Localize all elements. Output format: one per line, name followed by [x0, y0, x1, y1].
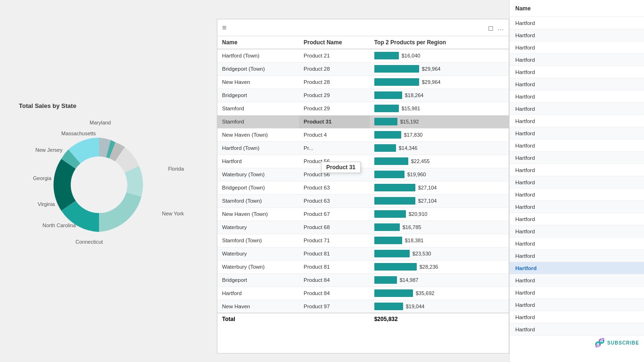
- col-product: Product Name: [299, 36, 370, 49]
- panel-header: ≡ ◻ …: [217, 19, 509, 36]
- table-row-bar: $16,040: [370, 49, 509, 62]
- table-row-name: Stamford (Town): [217, 234, 299, 247]
- table-row-name: New Haven: [217, 300, 299, 313]
- table-row-product: Pr...: [299, 141, 370, 155]
- table-row-product: Product 67: [299, 207, 370, 221]
- list-item[interactable]: Hartford: [510, 103, 644, 115]
- table-row-bar: $29,964: [370, 62, 509, 75]
- label-florida: Florida: [168, 166, 184, 172]
- table-row-bar: $14,987: [370, 273, 509, 287]
- table-row-product: Product 81: [299, 247, 370, 260]
- sidebar-list: HartfordHartfordHartfordHartfordHartford…: [510, 17, 644, 362]
- label-connecticut: Connecticut: [75, 239, 103, 245]
- right-sidebar: Name HartfordHartfordHartfordHartfordHar…: [509, 0, 644, 362]
- table-row-bar: $29,964: [370, 75, 509, 89]
- table-row-product: Product 28: [299, 62, 370, 75]
- label-north-carolina: North Carolina: [42, 222, 76, 228]
- table-row-name: New Haven: [217, 75, 299, 89]
- table-row-name: New Haven (Town): [217, 128, 299, 141]
- table-row-bar: $20,910: [370, 207, 509, 221]
- table-row-name: Hartford: [217, 287, 299, 300]
- label-massachusetts: Massachusetts: [61, 131, 96, 136]
- panel-menu-icon[interactable]: ≡: [222, 24, 226, 32]
- table-row-product: Product 56: [299, 155, 370, 168]
- table-row-product: Product 63: [299, 194, 370, 207]
- list-item[interactable]: Hartford: [510, 17, 644, 29]
- list-item[interactable]: Hartford: [510, 311, 644, 323]
- table-row-name: Waterbury (Town): [217, 168, 299, 181]
- list-item[interactable]: Hartford: [510, 66, 644, 78]
- subscribe-label[interactable]: SUBSCRIBE: [607, 340, 639, 346]
- dna-icon: 🧬: [594, 337, 605, 348]
- table-row-product: Product 21: [299, 49, 370, 62]
- list-item[interactable]: Hartford: [510, 323, 644, 336]
- list-item[interactable]: Hartford: [510, 201, 644, 213]
- list-item[interactable]: Hartford: [510, 287, 644, 299]
- list-item[interactable]: Hartford: [510, 90, 644, 103]
- list-item[interactable]: Hartford: [510, 299, 644, 311]
- list-item[interactable]: Hartford: [510, 140, 644, 152]
- list-item[interactable]: Hartford: [510, 238, 644, 250]
- total-empty: [299, 313, 370, 325]
- list-item[interactable]: Hartford: [510, 127, 644, 140]
- table-row-bar: $14,346: [370, 141, 509, 155]
- list-item[interactable]: Hartford: [510, 176, 644, 189]
- list-item[interactable]: Hartford: [510, 115, 644, 127]
- table-row-bar: $15,981: [370, 102, 509, 115]
- list-item[interactable]: Hartford: [510, 250, 644, 262]
- table-row-name: Waterbury: [217, 221, 299, 234]
- table-row-name: Hartford (Town): [217, 141, 299, 155]
- table-row-name: Bridgeport: [217, 89, 299, 102]
- donut-labels: Maryland Massachusetts New Jersey Georgi…: [33, 119, 184, 260]
- table-wrap[interactable]: Name Product Name Top 2 Products per Reg…: [217, 36, 509, 353]
- col-top2: Top 2 Products per Region: [370, 36, 509, 49]
- list-item[interactable]: Hartford: [510, 213, 644, 225]
- table-row-bar: $19,044: [370, 300, 509, 313]
- table-row-bar: $28,236: [370, 260, 509, 273]
- list-item[interactable]: Hartford: [510, 274, 644, 287]
- table-row-bar: $16,785: [370, 221, 509, 234]
- list-item[interactable]: Hartford: [510, 262, 644, 274]
- table-row-bar: $15,192: [370, 115, 509, 128]
- list-item[interactable]: Hartford: [510, 41, 644, 54]
- data-table: Name Product Name Top 2 Products per Reg…: [217, 36, 509, 325]
- label-maryland: Maryland: [90, 120, 111, 125]
- table-row-bar: $23,530: [370, 247, 509, 260]
- table-row-product: Product 97: [299, 300, 370, 313]
- table-row-name: Stamford: [217, 115, 299, 128]
- table-row-product: Product 28: [299, 75, 370, 89]
- list-item[interactable]: Hartford: [510, 164, 644, 176]
- label-new-york: New York: [162, 211, 184, 216]
- table-row-product: Product 81: [299, 260, 370, 273]
- expand-icon[interactable]: ◻: [488, 24, 494, 32]
- table-row-name: Bridgeport (Town): [217, 181, 299, 194]
- donut-container: Maryland Massachusetts New Jersey Georgi…: [33, 119, 184, 260]
- list-item[interactable]: Hartford: [510, 152, 644, 164]
- table-row-product: Product 29: [299, 89, 370, 102]
- chart-title: Total Sales by State: [19, 102, 76, 109]
- table-row-bar: $18,264: [370, 89, 509, 102]
- table-row-product: Product 84: [299, 287, 370, 300]
- table-row-name: Hartford: [217, 155, 299, 168]
- table-row-name: Waterbury (Town): [217, 260, 299, 273]
- list-item[interactable]: Hartford: [510, 29, 644, 41]
- list-item[interactable]: Hartford: [510, 54, 644, 66]
- list-item[interactable]: Hartford: [510, 225, 644, 238]
- total-label: Total: [217, 313, 299, 325]
- table-row-product: Product 68: [299, 221, 370, 234]
- table-row-bar: $18,381: [370, 234, 509, 247]
- subscribe-area: 🧬 SUBSCRIBE: [594, 337, 639, 348]
- table-row-product: Product 31: [299, 115, 370, 128]
- list-item[interactable]: Hartford: [510, 189, 644, 201]
- label-new-jersey: New Jersey: [35, 147, 62, 153]
- table-row-name: Waterbury: [217, 247, 299, 260]
- table-row-product: Product 29: [299, 102, 370, 115]
- list-item[interactable]: Hartford: [510, 78, 644, 90]
- more-icon[interactable]: …: [497, 24, 504, 32]
- table-row-name: Bridgeport (Town): [217, 62, 299, 75]
- table-row-product: Product 63: [299, 181, 370, 194]
- label-georgia: Georgia: [33, 175, 51, 181]
- table-row-name: New Haven (Town): [217, 207, 299, 221]
- table-row-name: Stamford (Town): [217, 194, 299, 207]
- table-row-bar: $27,104: [370, 194, 509, 207]
